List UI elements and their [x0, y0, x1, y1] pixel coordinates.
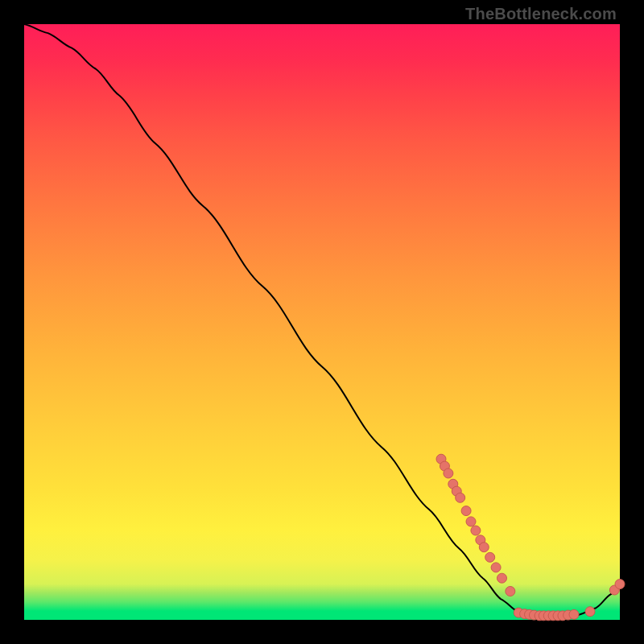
data-marker [569, 609, 579, 619]
data-marker [444, 469, 453, 478]
data-marker [456, 493, 465, 502]
data-marker [506, 586, 515, 596]
data-marker [491, 563, 501, 572]
data-marker [471, 526, 481, 535]
watermark-text: TheBottleneck.com [465, 5, 617, 23]
data-marker [585, 607, 595, 617]
data-markers-group [436, 454, 625, 621]
data-marker [461, 506, 471, 516]
data-marker [497, 573, 506, 583]
data-marker [479, 543, 489, 552]
bottleneck-curve [24, 24, 620, 617]
data-marker [485, 552, 495, 562]
chart-overlay [24, 24, 620, 620]
data-marker [466, 517, 476, 526]
data-marker [615, 580, 625, 589]
chart-stage: TheBottleneck.com [0, 0, 644, 644]
